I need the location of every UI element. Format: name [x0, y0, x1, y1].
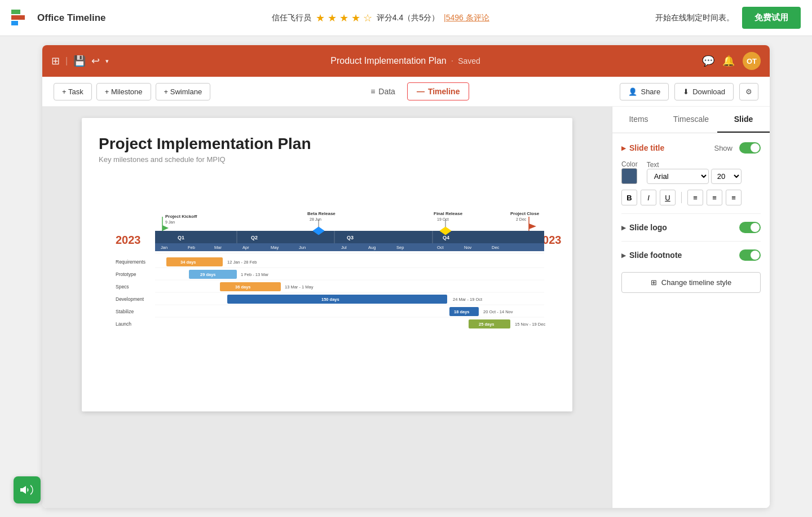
align-center-button[interactable]: ≡ [707, 190, 722, 205]
tab-timeline[interactable]: — Timeline [407, 82, 470, 100]
align-left-button[interactable]: ≡ [687, 190, 703, 205]
slide-logo-label: ▶ Slide logo [621, 223, 667, 232]
logo-icon [11, 10, 32, 27]
top-nav: Office Timeline 信任飞行员 ★ ★ ★ ★ ☆ 评分4.4（共5… [0, 0, 812, 36]
color-swatch[interactable] [621, 168, 637, 184]
color-text-row: Color Text Arial Calibri Times New Roman [621, 160, 761, 184]
svg-text:13 Mar - 1 May: 13 Mar - 1 May [285, 284, 314, 290]
action-bar: + Task + Milestone + Swimlane ≡ Data — T… [42, 77, 770, 107]
svg-text:Jul: Jul [341, 245, 347, 250]
add-milestone-button[interactable]: + Milestone [96, 83, 151, 100]
svg-text:Aug: Aug [368, 245, 376, 250]
download-button[interactable]: ⬇ Download [674, 83, 734, 100]
svg-rect-0 [11, 10, 20, 14]
app-container: ⊞ | 💾 ↩ ▾ Product Implementation Plan · … [42, 45, 770, 508]
svg-text:Apr: Apr [242, 245, 249, 250]
font-select[interactable]: Arial Calibri Times New Roman [647, 169, 709, 184]
user-avatar[interactable]: OT [743, 52, 761, 70]
logo-area: Office Timeline [11, 10, 106, 27]
svg-text:Jan: Jan [161, 245, 167, 250]
svg-text:Launch: Launch [116, 321, 131, 327]
arrow-icon: ▶ [621, 145, 626, 151]
logo-text: Office Timeline [37, 12, 106, 24]
font-size-row: Arial Calibri Times New Roman 20 16 24 2… [647, 169, 761, 184]
settings-button[interactable]: ⚙ [739, 83, 758, 100]
underline-button[interactable]: U [660, 190, 676, 205]
svg-text:Q1: Q1 [178, 235, 184, 240]
slide-footnote-label: ▶ Slide footnote [621, 251, 682, 260]
add-task-button[interactable]: + Task [54, 83, 92, 100]
tab-items[interactable]: Items [612, 107, 665, 133]
download-icon: ⬇ [683, 87, 689, 96]
section-divider-1 [621, 213, 761, 214]
timeline-svg: 2023 2023 Q1 Q2 Q3 Q4 [99, 177, 561, 347]
svg-text:Q2: Q2 [251, 235, 258, 240]
svg-marker-38 [529, 224, 536, 229]
grid-icon[interactable]: ⊞ [51, 55, 60, 67]
rating-area: 信任飞行员 ★ ★ ★ ★ ☆ 评分4.4（共5分） |5496 条评论 [272, 12, 489, 24]
format-row: B I U ≡ ≡ ≡ [621, 190, 761, 205]
svg-text:20 Oct - 14 Nov: 20 Oct - 14 Nov [483, 309, 513, 314]
tab-slide[interactable]: Slide [717, 107, 770, 133]
svg-text:Development: Development [116, 296, 144, 302]
bold-button[interactable]: B [621, 190, 637, 205]
svg-marker-26 [162, 225, 169, 231]
comment-icon[interactable]: 💬 [702, 55, 714, 67]
action-center: ≡ Data — Timeline [361, 82, 469, 100]
panel-tabs: Items Timescale Slide [612, 107, 770, 133]
notification-icon[interactable]: 🔔 [722, 55, 735, 67]
svg-text:Prototype: Prototype [116, 271, 136, 277]
tab-timescale[interactable]: Timescale [665, 107, 717, 133]
align-right-button[interactable]: ≡ [726, 190, 742, 205]
svg-text:29 days: 29 days [200, 272, 216, 277]
free-trial-button[interactable]: 免费试用 [742, 7, 801, 29]
save-icon[interactable]: 💾 [73, 55, 86, 67]
slide-title-section-header[interactable]: ▶ Slide title Show [621, 142, 761, 154]
svg-text:May: May [271, 245, 279, 250]
tab-data[interactable]: ≡ Data [361, 82, 405, 100]
footnote-arrow-icon: ▶ [621, 252, 626, 258]
section-divider-2 [621, 241, 761, 242]
app-toolbar: ⊞ | 💾 ↩ ▾ Product Implementation Plan · … [42, 45, 770, 77]
svg-text:Stabilize: Stabilize [116, 309, 134, 314]
action-left: + Task + Milestone + Swimlane [54, 83, 210, 100]
svg-rect-2 [11, 21, 18, 25]
nav-promo: 开始在线制定时间表。 [655, 13, 734, 23]
svg-text:Mar: Mar [214, 245, 222, 250]
add-swimlane-button[interactable]: + Swimlane [156, 83, 211, 100]
svg-text:Sep: Sep [396, 245, 404, 250]
slide-footnote-toggle[interactable] [739, 249, 761, 261]
svg-text:150 days: 150 days [321, 297, 339, 302]
slide-title: Project Implementation Plan [99, 135, 555, 153]
format-divider [681, 192, 682, 203]
italic-button[interactable]: I [641, 190, 656, 205]
announcement-button[interactable] [14, 476, 41, 503]
slide-logo-section-header[interactable]: ▶ Slide logo [621, 222, 761, 233]
svg-text:2 Dec: 2 Dec [516, 217, 527, 221]
main-content: Project Implementation Plan Key mileston… [42, 107, 770, 508]
slide-title-toggle[interactable] [739, 142, 761, 154]
slide-canvas: Project Implementation Plan Key mileston… [82, 118, 572, 411]
undo-dropdown-icon[interactable]: ▾ [105, 58, 109, 65]
show-toggle-area: Show [714, 142, 761, 154]
svg-text:12 Jan - 28 Feb: 12 Jan - 28 Feb [227, 260, 257, 265]
size-select[interactable]: 20 16 24 28 [711, 169, 742, 184]
svg-text:Requirements: Requirements [116, 259, 145, 265]
megaphone-icon [20, 483, 34, 497]
svg-text:9 Jan: 9 Jan [165, 220, 175, 224]
share-button[interactable]: 👤 Share [620, 83, 669, 100]
toolbar-right: 💬 🔔 OT [702, 52, 761, 70]
text-group: Text Arial Calibri Times New Roman 20 16… [647, 161, 761, 184]
share-icon: 👤 [628, 87, 637, 96]
slide-logo-toggle[interactable] [739, 222, 761, 233]
svg-text:Nov: Nov [464, 245, 472, 250]
toolbar-saved: Saved [458, 56, 480, 65]
svg-text:Oct: Oct [437, 245, 444, 250]
svg-text:25 days: 25 days [479, 322, 495, 327]
svg-text:Final Release: Final Release [434, 211, 463, 216]
change-timeline-style-button[interactable]: ⊞ Change timeline style [621, 272, 761, 293]
slide-footnote-section-header[interactable]: ▶ Slide footnote [621, 249, 761, 261]
rating-link[interactable]: |5496 条评论 [444, 13, 489, 23]
undo-icon[interactable]: ↩ [91, 55, 100, 67]
nav-right: 开始在线制定时间表。 免费试用 [655, 7, 801, 29]
